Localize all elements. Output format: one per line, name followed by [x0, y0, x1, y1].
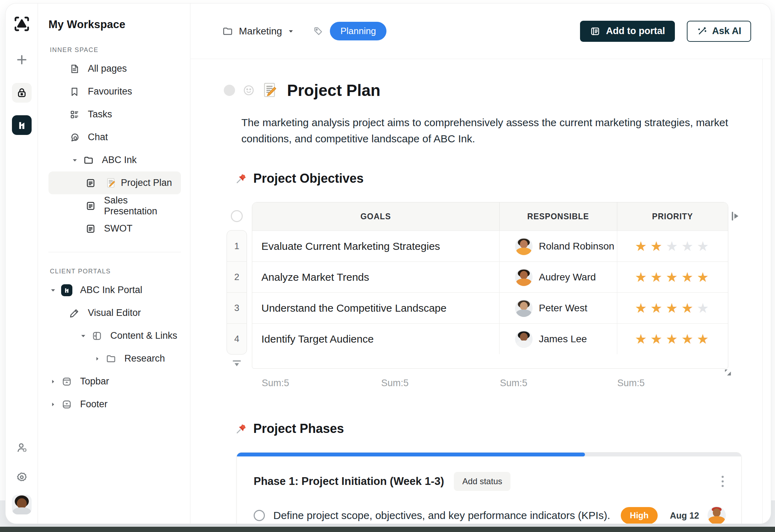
- responsible-cell[interactable]: Audrey Ward: [499, 262, 617, 292]
- app-logo-icon[interactable]: [12, 14, 32, 34]
- table-row[interactable]: Understand the Competitive LandscapePete…: [252, 292, 728, 323]
- star-icon[interactable]: ★: [635, 331, 648, 347]
- chevron-down-icon[interactable]: [71, 157, 79, 163]
- tag-icon[interactable]: [313, 26, 324, 37]
- star-icon[interactable]: ★: [666, 300, 679, 316]
- sidebar-item-favourites[interactable]: Favourites: [48, 80, 181, 103]
- priority-cell[interactable]: ★★★★★: [617, 293, 728, 323]
- sidebar-item-tasks[interactable]: Tasks: [48, 103, 181, 126]
- star-icon[interactable]: ★: [697, 331, 710, 347]
- star-icon[interactable]: ★: [635, 300, 648, 316]
- insert-column-icon[interactable]: [731, 211, 740, 221]
- folder-icon: [83, 155, 94, 166]
- task-assignee-avatar[interactable]: [708, 506, 726, 524]
- goal-cell[interactable]: Evaluate Current Marketing Strategies: [252, 231, 499, 261]
- sidebar-item-project-plan[interactable]: Project Plan: [48, 171, 181, 194]
- kebab-menu-icon[interactable]: [719, 474, 726, 489]
- goal-cell[interactable]: Identify Target Audience: [252, 324, 499, 354]
- settings-gear-icon[interactable]: [12, 467, 32, 487]
- table-select-radio[interactable]: [231, 210, 243, 222]
- sidebar-item-chat[interactable]: Chat: [48, 126, 181, 149]
- column-header-responsible[interactable]: RESPONSIBLE: [499, 202, 617, 231]
- star-icon[interactable]: ★: [681, 300, 695, 316]
- column-header-goals[interactable]: GOALS: [252, 202, 499, 231]
- star-icon[interactable]: ★: [697, 239, 710, 254]
- row-number[interactable]: 2: [227, 261, 247, 292]
- star-icon[interactable]: ★: [666, 270, 679, 285]
- priority-cell[interactable]: ★★★★★: [617, 262, 728, 292]
- row-number[interactable]: 1: [227, 231, 247, 261]
- avatar: [515, 299, 533, 317]
- sum-label[interactable]: Sum:5: [262, 378, 289, 389]
- star-icon[interactable]: ★: [650, 270, 664, 285]
- star-icon[interactable]: ★: [681, 239, 695, 254]
- row-number[interactable]: 4: [227, 323, 247, 354]
- page-icon: [85, 177, 96, 189]
- priority-cell[interactable]: ★★★★★: [617, 231, 728, 261]
- star-icon[interactable]: ★: [681, 270, 695, 285]
- chevron-right-icon[interactable]: [93, 356, 101, 362]
- lock-icon[interactable]: [12, 83, 32, 103]
- responsible-cell[interactable]: Roland Robinson: [499, 231, 617, 261]
- sidebar-item-abc-ink[interactable]: ABC Ink: [48, 149, 181, 171]
- table-row[interactable]: Evaluate Current Marketing StrategiesRol…: [252, 231, 728, 261]
- ask-ai-button[interactable]: Ask AI: [687, 21, 751, 42]
- sidebar-item-research[interactable]: Research: [48, 347, 181, 370]
- workspace-brand-icon[interactable]: [12, 115, 32, 135]
- row-number[interactable]: 3: [227, 292, 247, 323]
- task-text: Define project scope, objectives, and ke…: [273, 510, 610, 521]
- goal-cell[interactable]: Understand the Competitive Landscape: [252, 293, 499, 323]
- priority-cell[interactable]: ★★★★★: [617, 324, 728, 354]
- sum-label[interactable]: Sum:5: [617, 378, 645, 389]
- avatar: [515, 238, 533, 255]
- star-icon[interactable]: ★: [650, 331, 664, 347]
- chat-icon: [69, 132, 80, 143]
- goal-cell[interactable]: Analyze Market Trends: [252, 262, 499, 292]
- memo-emoji: [262, 82, 277, 98]
- sidebar-item-sales-presentation[interactable]: Sales Presentation: [48, 194, 181, 217]
- add-status-button[interactable]: Add status: [454, 472, 510, 491]
- status-dot-icon[interactable]: [224, 85, 235, 96]
- chevron-right-icon[interactable]: [49, 402, 57, 407]
- star-icon[interactable]: ★: [650, 239, 664, 254]
- topbar: Marketing Planning Add to portal: [190, 4, 771, 59]
- table-row[interactable]: Analyze Market TrendsAudrey Ward★★★★★: [252, 261, 728, 292]
- star-icon[interactable]: ★: [635, 239, 648, 254]
- sum-label[interactable]: Sum:5: [381, 378, 409, 389]
- invite-member-icon[interactable]: [12, 438, 32, 458]
- star-icon[interactable]: ★: [650, 300, 664, 316]
- sidebar-item-visual-editor[interactable]: Visual Editor: [48, 301, 181, 324]
- star-icon[interactable]: ★: [666, 239, 679, 254]
- responsible-cell[interactable]: Peter West: [499, 293, 617, 323]
- star-icon[interactable]: ★: [681, 331, 695, 347]
- star-icon[interactable]: ★: [697, 300, 710, 316]
- user-avatar[interactable]: [12, 495, 32, 514]
- sidebar-item-content-links[interactable]: Content & Links: [48, 324, 181, 347]
- priority-badge[interactable]: High: [621, 507, 658, 524]
- sidebar-item-abc-ink-portal[interactable]: ABC Ink Portal: [48, 279, 181, 301]
- tag-pill-planning[interactable]: Planning: [330, 22, 386, 40]
- smiley-icon[interactable]: [243, 84, 255, 96]
- chevron-down-icon[interactable]: [79, 333, 87, 339]
- star-icon[interactable]: ★: [697, 270, 710, 285]
- sidebar-item-swot[interactable]: SWOT: [48, 217, 181, 240]
- column-header-priority[interactable]: PRIORITY: [617, 202, 728, 231]
- tasks-icon: [69, 109, 80, 120]
- task-checkbox[interactable]: [254, 510, 265, 521]
- chevron-right-icon[interactable]: [49, 379, 57, 384]
- breadcrumb[interactable]: Marketing: [222, 26, 294, 37]
- pushpin-emoji: [235, 172, 248, 185]
- star-icon[interactable]: ★: [666, 331, 679, 347]
- sidebar-item-footer[interactable]: Footer: [48, 393, 181, 416]
- add-to-portal-button[interactable]: Add to portal: [580, 21, 675, 42]
- sum-label[interactable]: Sum:5: [500, 378, 527, 389]
- add-icon[interactable]: [12, 50, 32, 70]
- sidebar-item-all-pages[interactable]: All pages: [48, 57, 181, 80]
- chevron-down-icon[interactable]: [49, 287, 57, 293]
- sidebar-item-topbar[interactable]: Topbar: [48, 370, 181, 393]
- responsible-cell[interactable]: James Lee: [499, 324, 617, 354]
- star-icon[interactable]: ★: [635, 270, 648, 285]
- table-resize-handle[interactable]: [724, 368, 732, 377]
- table-row[interactable]: Identify Target AudienceJames Lee★★★★★: [252, 323, 728, 354]
- filter-icon[interactable]: [232, 359, 242, 369]
